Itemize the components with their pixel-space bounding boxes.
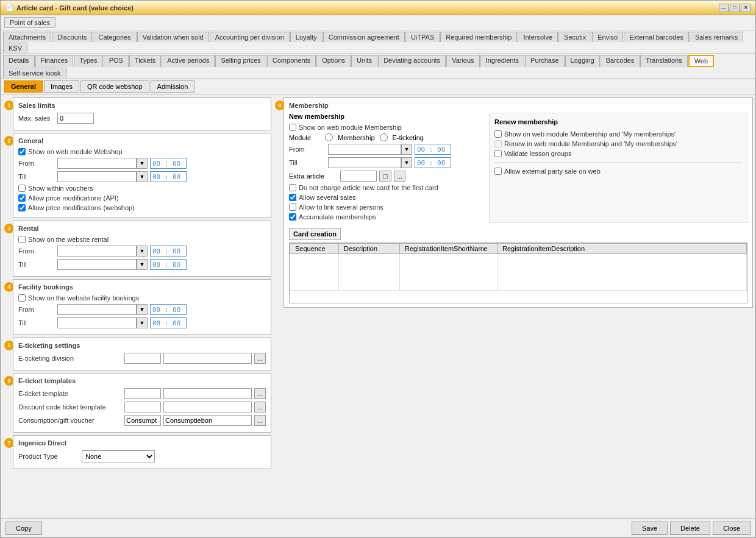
discount-code-ticket-btn[interactable]: ... (254, 402, 266, 412)
tab-purchase[interactable]: Purchase (525, 55, 564, 67)
allow-link-checkbox[interactable] (289, 204, 296, 211)
renew-module-checkbox[interactable] (494, 140, 502, 147)
tab-translations[interactable]: Translations (640, 55, 688, 67)
from-date-btn-8[interactable]: ▼ (401, 144, 412, 155)
from-date-input-8[interactable] (328, 144, 401, 155)
e-ticket-template-main[interactable] (163, 388, 252, 399)
tab-logging[interactable]: Logging (565, 55, 600, 67)
e-ticket-template-btn[interactable]: ... (254, 388, 266, 399)
tab-external-barcodes[interactable]: External barcodes (624, 32, 689, 42)
discount-code-ticket-main[interactable] (163, 402, 252, 412)
minimize-btn[interactable]: — (719, 4, 729, 12)
tab-accounting-per-division[interactable]: Accounting per division (210, 32, 290, 42)
tab-details[interactable]: Details (3, 55, 35, 67)
till-date-btn-2[interactable]: ▼ (137, 171, 148, 182)
tab-self-service-kiosk[interactable]: Self-service kiosk (3, 68, 66, 78)
from-time-input-8[interactable] (415, 144, 451, 155)
module-eticketing-radio[interactable] (380, 133, 388, 141)
maximize-btn[interactable]: □ (730, 4, 740, 12)
from-time-input-2[interactable] (150, 158, 187, 169)
e-ticket-template-code[interactable] (124, 388, 161, 399)
tab-components[interactable]: Components (267, 55, 316, 67)
voucher-main-input[interactable] (163, 415, 252, 426)
from-date-input-2[interactable] (57, 158, 137, 169)
tab-ksv[interactable]: KSV (3, 43, 27, 53)
close-btn-title[interactable]: ✕ (741, 4, 751, 12)
tab-secutix[interactable]: Secutix (558, 32, 591, 42)
till-date-input-8[interactable] (328, 157, 401, 168)
save-button[interactable]: Save (632, 522, 668, 535)
tab-required-membership[interactable]: Required membership (440, 32, 517, 42)
sub-tab-admission[interactable]: Admission (151, 80, 195, 93)
e-ticketing-division-main[interactable] (163, 353, 252, 364)
allow-price-api-checkbox[interactable] (18, 194, 26, 202)
from-date-input-4[interactable] (57, 304, 137, 315)
tab-barcodes[interactable]: Barcodes (601, 55, 640, 67)
no-charge-checkbox[interactable] (289, 184, 296, 191)
sub-tab-qr-code-webshop[interactable]: QR code webshop (80, 80, 149, 93)
tab-tickets[interactable]: Tickets (129, 55, 161, 67)
till-time-input-3[interactable] (150, 259, 187, 270)
e-ticketing-division-code[interactable] (124, 353, 161, 364)
till-date-input-2[interactable] (57, 171, 137, 182)
voucher-btn[interactable]: ... (254, 415, 266, 426)
allow-several-checkbox[interactable] (289, 194, 296, 201)
till-date-btn-3[interactable]: ▼ (137, 259, 148, 270)
tab-commission-agreement[interactable]: Commission agreement (323, 32, 405, 42)
tab-validation-when-sold[interactable]: Validation when sold (137, 32, 209, 42)
from-date-btn-3[interactable]: ▼ (137, 246, 148, 257)
extra-article-browse-btn[interactable]: □ (379, 171, 391, 182)
sub-tab-images[interactable]: Images (44, 80, 79, 93)
product-type-select[interactable]: None (82, 450, 155, 462)
tab-active-periods[interactable]: Active periods (162, 55, 215, 67)
tab-enviso[interactable]: Enviso (592, 32, 623, 42)
tab-intersolve[interactable]: Intersolve (518, 32, 558, 42)
tab-pos[interactable]: POS (104, 55, 129, 67)
tab-categories[interactable]: Categories (93, 32, 136, 42)
from-date-input-3[interactable] (57, 246, 137, 257)
sub-tab-general[interactable]: General (4, 80, 43, 93)
voucher-code-input[interactable] (124, 415, 161, 426)
till-time-input-2[interactable] (150, 171, 187, 182)
from-time-input-4[interactable] (150, 304, 187, 315)
renew-show-module-checkbox[interactable] (494, 130, 502, 138)
tab-ingredients[interactable]: Ingredients (480, 55, 524, 67)
discount-code-ticket-code[interactable] (124, 402, 161, 412)
validate-groups-checkbox[interactable] (494, 150, 502, 157)
delete-button[interactable]: Delete (670, 522, 710, 535)
tab-selling-prices[interactable]: Selling prices (215, 55, 266, 67)
tab-loyalty[interactable]: Loyalty (290, 32, 323, 42)
show-facility-checkbox[interactable] (18, 294, 26, 302)
show-webshop-checkbox[interactable] (18, 148, 26, 155)
e-ticketing-division-btn[interactable]: ... (254, 353, 266, 364)
accumulate-checkbox[interactable] (289, 213, 296, 221)
tab-attachments[interactable]: Attachments (3, 32, 51, 42)
from-date-btn-4[interactable]: ▼ (137, 304, 148, 315)
tab-discounts[interactable]: Discounts (52, 32, 92, 42)
module-membership-radio[interactable] (325, 133, 333, 141)
tab-options[interactable]: Options (316, 55, 351, 67)
tab-types[interactable]: Types (74, 55, 102, 67)
from-date-btn-2[interactable]: ▼ (137, 158, 148, 169)
max-sales-input[interactable] (57, 113, 94, 124)
till-time-input-4[interactable] (150, 317, 187, 328)
tab-sales-remarks[interactable]: Sales remarks (690, 32, 743, 42)
from-time-input-3[interactable] (150, 246, 187, 257)
extra-article-input[interactable] (340, 171, 377, 182)
till-date-input-4[interactable] (57, 317, 137, 328)
pos-button[interactable]: Point of sales (4, 17, 55, 28)
allow-external-checkbox[interactable] (494, 168, 502, 175)
tab-various[interactable]: Various (446, 55, 479, 67)
tab-units[interactable]: Units (351, 55, 377, 67)
till-date-btn-4[interactable]: ▼ (137, 317, 148, 328)
tab-finances[interactable]: Finances (35, 55, 74, 67)
till-date-btn-8[interactable]: ▼ (401, 157, 412, 168)
tab-uitpas[interactable]: UiTPAS (405, 32, 440, 42)
till-date-input-3[interactable] (57, 259, 137, 270)
extra-article-ellipsis-btn[interactable]: ... (394, 171, 405, 182)
tab-deviating-accounts[interactable]: Deviating accounts (378, 55, 446, 67)
tab-web[interactable]: Web (688, 55, 714, 67)
close-button[interactable]: Close (713, 522, 751, 535)
till-time-input-8[interactable] (415, 157, 451, 168)
allow-price-webshop-checkbox[interactable] (18, 204, 26, 211)
